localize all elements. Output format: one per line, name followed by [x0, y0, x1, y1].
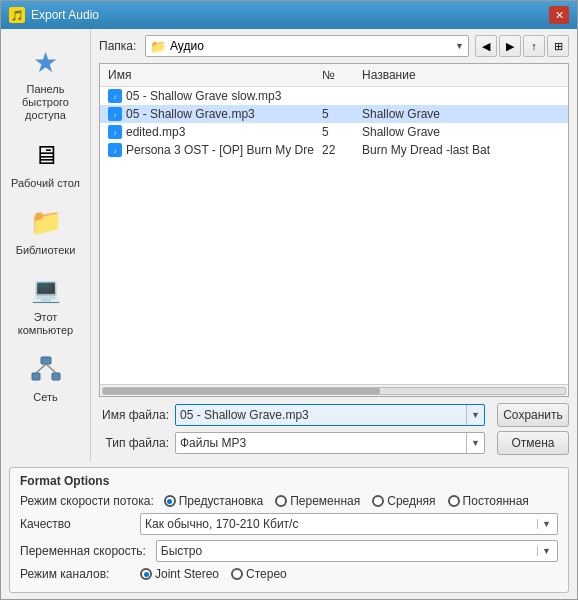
up-button[interactable]: ↑ — [523, 35, 545, 57]
filetype-arrow-icon: ▼ — [466, 433, 480, 453]
radio-variable[interactable]: Переменная — [275, 494, 360, 508]
sidebar-quickaccess-label: Панель быстрого доступа — [11, 83, 81, 123]
file-number-cell — [314, 95, 354, 97]
bitrate-mode-label: Режим скорости потока: — [20, 494, 154, 508]
sidebar: ★ Панель быстрого доступа 🖥 Рабочий стол… — [1, 29, 91, 461]
sidebar-item-quickaccess[interactable]: ★ Панель быстрого доступа — [6, 39, 86, 128]
quickaccess-icon: ★ — [28, 44, 64, 80]
file-list-container: Имя № Название ♪ 05 - Shallow Grave slow… — [99, 63, 569, 397]
filename-value: 05 - Shallow Grave.mp3 — [180, 408, 466, 422]
action-buttons: Сохранить — [497, 403, 569, 427]
file-name-cell: ♪ 05 - Shallow Grave.mp3 — [100, 106, 314, 122]
bottom-fields: Имя файла: 05 - Shallow Grave.mp3 ▼ Сохр… — [99, 403, 569, 455]
view-button[interactable]: ⊞ — [547, 35, 569, 57]
variable-speed-value: Быстро — [161, 544, 537, 558]
libraries-icon: 📁 — [28, 205, 64, 241]
main-panel: Папка: 📁 Аудио ▼ ◀ ▶ ↑ ⊞ Имя № Н — [91, 29, 577, 461]
file-number-cell: 5 — [314, 106, 354, 122]
file-list-header: Имя № Название — [100, 64, 568, 87]
file-name-cell: ♪ 05 - Shallow Grave slow.mp3 — [100, 88, 314, 104]
bitrate-mode-row: Режим скорости потока: Предустановка Пер… — [20, 494, 558, 508]
file-number-cell: 22 — [314, 142, 354, 158]
mp3-icon: ♪ — [108, 107, 122, 121]
save-button[interactable]: Сохранить — [497, 403, 569, 427]
close-button[interactable]: ✕ — [549, 6, 569, 24]
sidebar-desktop-label: Рабочий стол — [11, 177, 80, 190]
folder-combo-icon: 📁 — [150, 39, 166, 54]
folder-combo-arrow-icon: ▼ — [455, 41, 464, 51]
filename-label: Имя файла: — [99, 408, 169, 422]
header-name: Имя — [100, 66, 314, 84]
back-button[interactable]: ◀ — [475, 35, 497, 57]
forward-button[interactable]: ▶ — [499, 35, 521, 57]
svg-line-3 — [36, 364, 46, 373]
sidebar-item-desktop[interactable]: 🖥 Рабочий стол — [6, 133, 86, 195]
sidebar-item-network[interactable]: Сеть — [6, 347, 86, 409]
radio-constant-circle — [448, 495, 460, 507]
table-row[interactable]: ♪ edited.mp3 5 Shallow Grave — [100, 123, 568, 141]
radio-variable-circle — [275, 495, 287, 507]
mp3-icon: ♪ — [108, 143, 122, 157]
file-title-cell: Shallow Grave — [354, 106, 568, 122]
table-row[interactable]: ♪ 05 - Shallow Grave.mp3 5 Shallow Grave — [100, 105, 568, 123]
cancel-button[interactable]: Отмена — [497, 431, 569, 455]
quality-label: Качество — [20, 517, 130, 531]
radio-constant-label: Постоянная — [463, 494, 529, 508]
variable-speed-label: Переменная скорость: — [20, 544, 146, 558]
file-name-cell: ♪ edited.mp3 — [100, 124, 314, 140]
format-options-title: Format Options — [20, 474, 558, 488]
radio-preset-label: Предустановка — [179, 494, 263, 508]
export-audio-window: 🎵 Export Audio ✕ ★ Панель быстрого досту… — [0, 0, 578, 600]
channel-mode-label: Режим каналов: — [20, 567, 130, 581]
radio-stereo-label: Стерео — [246, 567, 287, 581]
bitrate-mode-radio-group: Предустановка Переменная Средняя Постоян… — [164, 494, 529, 508]
toolbar-buttons: ◀ ▶ ↑ ⊞ — [475, 35, 569, 57]
header-title: Название — [354, 66, 568, 84]
quality-row: Качество Как обычно, 170-210 Кбит/с ▼ — [20, 513, 558, 535]
mp3-icon: ♪ — [108, 125, 122, 139]
mp3-icon: ♪ — [108, 89, 122, 103]
filetype-label: Тип файла: — [99, 436, 169, 450]
quality-arrow-icon: ▼ — [537, 519, 553, 529]
sidebar-item-computer[interactable]: 💻 Этот компьютер — [6, 267, 86, 342]
file-number-cell: 5 — [314, 124, 354, 140]
radio-preset-circle — [164, 495, 176, 507]
header-number: № — [314, 66, 354, 84]
radio-preset[interactable]: Предустановка — [164, 494, 263, 508]
radio-stereo[interactable]: Стерео — [231, 567, 287, 581]
radio-constant[interactable]: Постоянная — [448, 494, 529, 508]
table-row[interactable]: ♪ 05 - Shallow Grave slow.mp3 — [100, 87, 568, 105]
filename-row: Имя файла: 05 - Shallow Grave.mp3 ▼ Сохр… — [99, 403, 569, 427]
filename-input[interactable]: 05 - Shallow Grave.mp3 ▼ — [175, 404, 485, 426]
cancel-button-container: Отмена — [497, 431, 569, 455]
variable-speed-row: Переменная скорость: Быстро ▼ — [20, 540, 558, 562]
radio-variable-label: Переменная — [290, 494, 360, 508]
toolbar-row: Папка: 📁 Аудио ▼ ◀ ▶ ↑ ⊞ — [99, 35, 569, 57]
computer-icon: 💻 — [28, 272, 64, 308]
quality-combo[interactable]: Как обычно, 170-210 Кбит/с ▼ — [140, 513, 558, 535]
radio-stereo-circle — [231, 568, 243, 580]
sidebar-computer-label: Этот компьютер — [11, 311, 81, 337]
sidebar-item-libraries[interactable]: 📁 Библиотеки — [6, 200, 86, 262]
scrollbar-track — [102, 387, 566, 395]
content-area: ★ Панель быстрого доступа 🖥 Рабочий стол… — [1, 29, 577, 461]
network-icon — [28, 352, 64, 388]
radio-average[interactable]: Средняя — [372, 494, 435, 508]
radio-joint-stereo[interactable]: Joint Stereo — [140, 567, 219, 581]
filetype-combo[interactable]: Файлы МР3 ▼ — [175, 432, 485, 454]
folder-label: Папка: — [99, 39, 139, 53]
channel-mode-row: Режим каналов: Joint Stereo Стерео — [20, 567, 558, 581]
window-title: Export Audio — [31, 8, 99, 22]
svg-line-4 — [46, 364, 56, 373]
quality-value: Как обычно, 170-210 Кбит/с — [145, 517, 537, 531]
variable-speed-combo[interactable]: Быстро ▼ — [156, 540, 558, 562]
horizontal-scrollbar[interactable] — [100, 384, 568, 396]
radio-joint-stereo-circle — [140, 568, 152, 580]
filetype-row: Тип файла: Файлы МР3 ▼ Отмена — [99, 431, 569, 455]
svg-rect-2 — [52, 373, 60, 380]
sidebar-network-label: Сеть — [33, 391, 57, 404]
table-row[interactable]: ♪ Persona 3 OST - [OP] Burn My Dread -La… — [100, 141, 568, 159]
folder-combo[interactable]: 📁 Аудио ▼ — [145, 35, 469, 57]
svg-rect-0 — [41, 357, 51, 364]
radio-average-circle — [372, 495, 384, 507]
